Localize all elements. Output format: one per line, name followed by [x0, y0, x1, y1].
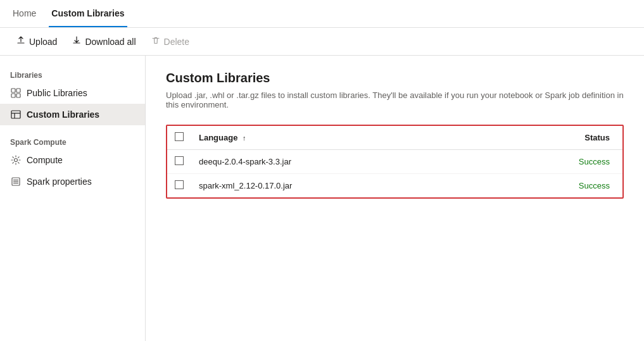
delete-label: Delete — [164, 37, 189, 47]
sidebar-item-spark-properties-label: Spark properties — [27, 177, 92, 187]
top-nav: Home Custom Libraries — [0, 0, 644, 28]
table-row: deequ-2.0.4-spark-3.3.jar Success — [167, 150, 622, 174]
libraries-table: Language ↑ Status deequ-2.0.4-spark-3.3.… — [167, 126, 622, 197]
table-row: spark-xml_2.12-0.17.0.jar Success — [167, 174, 622, 198]
sidebar-section-spark: Spark Compute — [0, 133, 145, 149]
main-content: Custom Libraries Upload .jar, .whl or .t… — [146, 56, 644, 341]
sidebar-section-libraries: Libraries — [0, 66, 145, 82]
sidebar-item-public-libraries[interactable]: Public Libraries — [0, 82, 145, 104]
svg-rect-3 — [16, 94, 20, 97]
upload-button[interactable]: Upload — [10, 34, 63, 49]
sidebar-item-compute-label: Compute — [27, 155, 63, 165]
row-status-0: Success — [484, 150, 622, 174]
sidebar-item-custom-libraries-label: Custom Libraries — [27, 109, 99, 120]
sidebar-item-public-libraries-label: Public Libraries — [27, 88, 87, 98]
upload-label: Upload — [29, 37, 57, 47]
sidebar-item-compute[interactable]: Compute — [0, 149, 145, 171]
download-all-label: Download all — [85, 37, 136, 47]
nav-item-custom-libraries[interactable]: Custom Libraries — [49, 0, 127, 27]
header-checkbox-col — [167, 126, 191, 150]
svg-rect-1 — [16, 89, 20, 92]
header-language: Language ↑ — [191, 126, 484, 150]
layout: Libraries Public Libraries Cus — [0, 56, 644, 341]
svg-rect-0 — [11, 89, 15, 92]
header-status: Status — [484, 126, 622, 150]
svg-point-7 — [15, 159, 18, 162]
delete-icon — [151, 36, 160, 47]
page-description: Upload .jar, .whl or .tar.gz files to in… — [166, 90, 624, 109]
svg-rect-2 — [11, 94, 15, 97]
row-checkbox-0[interactable] — [175, 156, 184, 165]
delete-button[interactable]: Delete — [145, 34, 196, 49]
sidebar-item-spark-properties[interactable]: Spark properties — [0, 171, 145, 192]
svg-rect-4 — [11, 111, 20, 118]
sidebar: Libraries Public Libraries Cus — [0, 56, 146, 341]
gear-icon — [10, 154, 22, 166]
libraries-table-container: Language ↑ Status deequ-2.0.4-spark-3.3.… — [166, 125, 624, 199]
row-checkbox-cell — [167, 174, 191, 198]
grid-icon — [10, 87, 22, 99]
row-status-1: Success — [484, 174, 622, 198]
language-col-label: Language — [199, 133, 237, 142]
page-title: Custom Libraries — [166, 71, 624, 85]
row-checkbox-1[interactable] — [175, 180, 184, 189]
list-icon — [10, 176, 22, 187]
row-checkbox-cell — [167, 150, 191, 174]
table-icon — [10, 109, 22, 120]
toolbar: Upload Download all Delete — [0, 28, 644, 56]
row-filename-0: deequ-2.0.4-spark-3.3.jar — [191, 150, 484, 174]
sort-arrow-icon: ↑ — [243, 134, 246, 142]
nav-item-home[interactable]: Home — [10, 0, 39, 27]
download-all-button[interactable]: Download all — [66, 34, 142, 49]
download-icon — [72, 36, 81, 47]
upload-icon — [16, 36, 25, 47]
sidebar-item-custom-libraries[interactable]: Custom Libraries — [0, 104, 145, 125]
select-all-checkbox[interactable] — [175, 132, 184, 141]
row-filename-1: spark-xml_2.12-0.17.0.jar — [191, 174, 484, 198]
